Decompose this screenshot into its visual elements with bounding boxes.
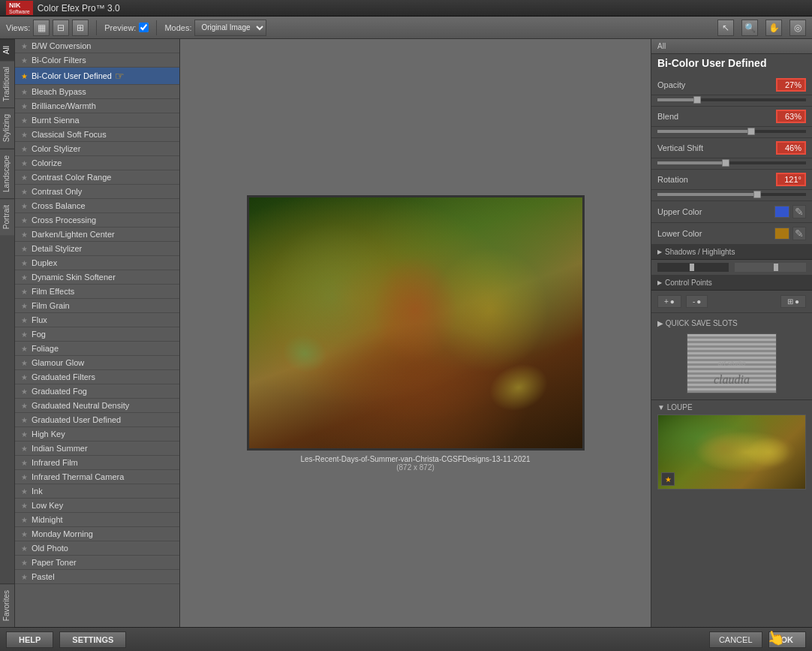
param-slider-1[interactable] [651, 127, 812, 138]
filter-star-1[interactable]: ★ [21, 56, 28, 65]
shadows-handle[interactable] [690, 264, 694, 271]
filter-item-8[interactable]: ★Colorize [15, 156, 179, 170]
remove-cp-button[interactable]: - ● [686, 295, 708, 308]
filter-star-5[interactable]: ★ [21, 116, 28, 125]
add-cp-button[interactable]: + ● [657, 295, 681, 308]
filter-star-2[interactable]: ★ [21, 72, 28, 80]
filter-item-4[interactable]: ★Brilliance/Warmth [15, 99, 179, 113]
filter-star-29[interactable]: ★ [21, 459, 28, 467]
filter-star-30[interactable]: ★ [21, 473, 28, 481]
slider-track-1[interactable] [657, 130, 806, 133]
shadows-highlights-section[interactable]: ▶ Shadows / Highlights [651, 245, 812, 260]
loupe-header[interactable]: ▼ LOUPE [657, 400, 806, 414]
lower-color-swatch[interactable] [774, 228, 789, 240]
filter-star-33[interactable]: ★ [21, 516, 28, 524]
filter-star-4[interactable]: ★ [21, 102, 28, 110]
slider-handle-3[interactable] [753, 191, 761, 198]
loupe-star-btn[interactable]: ★ [661, 472, 675, 486]
filter-star-25[interactable]: ★ [21, 402, 28, 410]
filter-star-36[interactable]: ★ [21, 559, 28, 567]
filter-item-5[interactable]: ★Burnt Sienna [15, 113, 179, 128]
quick-save-thumbnail[interactable]: claudia art studio [687, 333, 777, 393]
tab-all[interactable]: All [0, 39, 14, 60]
cancel-button[interactable]: CANCEL [709, 631, 762, 648]
filter-item-2[interactable]: ★Bi-Color User Defined☞ [15, 68, 179, 85]
filter-star-11[interactable]: ★ [21, 202, 28, 210]
slider-handle-0[interactable] [693, 96, 701, 104]
filter-item-3[interactable]: ★Bleach Bypass [15, 85, 179, 99]
filter-item-36[interactable]: ★Paper Toner [15, 556, 179, 570]
tab-landscape[interactable]: Landscape [0, 149, 14, 198]
param-slider-3[interactable] [651, 190, 812, 201]
filter-star-10[interactable]: ★ [21, 188, 28, 196]
filter-item-21[interactable]: ★Foliage [15, 342, 179, 356]
upper-color-edit-btn[interactable]: ✎ [792, 205, 806, 219]
quick-save-header[interactable]: ▶ QUICK SAVE SLOTS [657, 316, 806, 330]
filter-item-1[interactable]: ★Bi-Color Filters [15, 53, 179, 68]
view-split-h-btn[interactable]: ⊟ [53, 20, 69, 36]
filter-star-27[interactable]: ★ [21, 430, 28, 439]
filter-star-20[interactable]: ★ [21, 330, 28, 339]
filter-star-31[interactable]: ★ [21, 487, 28, 496]
filter-star-35[interactable]: ★ [21, 544, 28, 553]
filter-star-22[interactable]: ★ [21, 359, 28, 367]
filter-item-22[interactable]: ★Glamour Glow [15, 356, 179, 370]
filter-star-32[interactable]: ★ [21, 502, 28, 510]
filter-item-28[interactable]: ★Indian Summer [15, 442, 179, 456]
filter-star-6[interactable]: ★ [21, 131, 28, 139]
filter-item-13[interactable]: ★Darken/Lighten Center [15, 228, 179, 242]
filter-item-9[interactable]: ★Contrast Color Range [15, 170, 179, 185]
filter-item-0[interactable]: ★B/W Conversion [15, 39, 179, 53]
filter-star-19[interactable]: ★ [21, 316, 28, 324]
pan-tool-btn[interactable]: ✋ [765, 20, 782, 36]
param-slider-0[interactable] [651, 95, 812, 107]
filter-item-33[interactable]: ★Midnight [15, 513, 179, 527]
filter-item-10[interactable]: ★Contrast Only [15, 185, 179, 199]
filter-star-23[interactable]: ★ [21, 373, 28, 381]
filter-item-14[interactable]: ★Detail Stylizer [15, 242, 179, 256]
filter-star-37[interactable]: ★ [21, 573, 28, 581]
preview-checkbox[interactable] [139, 23, 149, 32]
filter-item-16[interactable]: ★Dynamic Skin Softener [15, 270, 179, 285]
filter-star-15[interactable]: ★ [21, 259, 28, 267]
filter-star-21[interactable]: ★ [21, 345, 28, 353]
zoom-tool-btn[interactable]: 🔍 [741, 20, 758, 36]
filter-star-18[interactable]: ★ [21, 302, 28, 310]
view-single-btn[interactable]: ▦ [33, 20, 50, 36]
slider-handle-2[interactable] [722, 159, 729, 167]
highlights-handle[interactable] [774, 264, 778, 271]
filter-star-26[interactable]: ★ [21, 416, 28, 424]
filter-star-17[interactable]: ★ [21, 288, 28, 296]
filter-star-7[interactable]: ★ [21, 145, 28, 153]
filter-star-0[interactable]: ★ [21, 42, 28, 50]
filter-star-14[interactable]: ★ [21, 245, 28, 253]
view-split-v-btn[interactable]: ⊞ [72, 20, 89, 36]
filter-star-13[interactable]: ★ [21, 231, 28, 239]
loupe-tool-btn[interactable]: ◎ [789, 20, 806, 36]
tab-stylizing[interactable]: Stylizing [0, 107, 14, 148]
filter-item-34[interactable]: ★Monday Morning [15, 527, 179, 541]
filter-star-8[interactable]: ★ [21, 159, 28, 167]
filter-item-11[interactable]: ★Cross Balance [15, 199, 179, 213]
filter-star-3[interactable]: ★ [21, 88, 28, 96]
tab-traditional[interactable]: Traditional [0, 60, 14, 107]
filter-item-7[interactable]: ★Color Stylizer [15, 142, 179, 156]
slider-track-3[interactable] [657, 193, 806, 196]
slider-handle-1[interactable] [747, 128, 755, 135]
filter-item-18[interactable]: ★Film Grain [15, 299, 179, 313]
upper-color-swatch[interactable] [774, 206, 789, 218]
filter-star-34[interactable]: ★ [21, 530, 28, 538]
control-points-section[interactable]: ▶ Control Points [651, 276, 812, 291]
filter-star-9[interactable]: ★ [21, 173, 28, 182]
slider-track-0[interactable] [657, 98, 806, 101]
tab-favorites[interactable]: Favorites [0, 583, 14, 627]
filter-item-17[interactable]: ★Film Effects [15, 285, 179, 299]
filter-item-24[interactable]: ★Graduated Fog [15, 384, 179, 399]
filter-item-29[interactable]: ★Infrared Film [15, 456, 179, 470]
highlights-slider[interactable] [735, 263, 806, 272]
filter-star-12[interactable]: ★ [21, 216, 28, 225]
filter-item-32[interactable]: ★Low Key [15, 499, 179, 513]
filter-item-27[interactable]: ★High Key [15, 427, 179, 442]
filter-item-23[interactable]: ★Graduated Filters [15, 370, 179, 384]
filter-item-37[interactable]: ★Pastel [15, 570, 179, 584]
